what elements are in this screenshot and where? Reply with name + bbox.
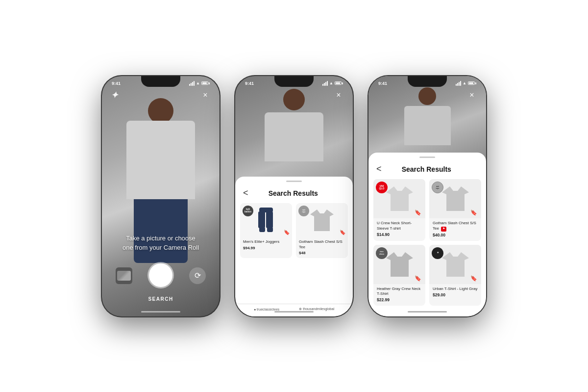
- svg-rect-3: [259, 227, 265, 232]
- product-name-saturday: Gotham Slash Chest S/S Tee ⚑: [433, 221, 478, 231]
- product-price-uniqlo: $14.90: [377, 232, 422, 237]
- brand-peek-1: ● trueclassictees: [254, 308, 279, 311]
- bookmark-saturday[interactable]: 🔖: [470, 209, 477, 216]
- sheet-header-3: < Search Results: [368, 164, 486, 179]
- close-button-3[interactable]: ×: [466, 90, 477, 101]
- scene: 9:41 ▲ ✦ ×: [0, 0, 588, 392]
- status-bar-1: 9:41 ▲: [102, 76, 220, 88]
- brand-badge-saturday: satnyc: [298, 206, 309, 216]
- tshirt-thousand: [442, 252, 469, 277]
- battery-icon-2: [335, 81, 343, 85]
- product-name-joggers: Men's Elite+ Joggers: [243, 239, 289, 244]
- product-info-tshirt-2: Gotham Slash Chest S/S Tee $48: [296, 237, 348, 258]
- product-name-thousand: Urban T-Shirt - Light Gray: [433, 287, 478, 291]
- signal-icon-2: [322, 81, 328, 86]
- person-photo-2: [260, 85, 328, 156]
- product-name-tshirt-2: Gotham Slash Chest S/S Tee: [299, 239, 345, 250]
- svg-marker-7: [442, 186, 469, 211]
- status-bar-3: 9:41 ▲: [368, 76, 486, 88]
- product-info-trueclassic: Heather Gray Crew Neck T-Shirt $22.99: [373, 284, 425, 306]
- home-indicator: [141, 311, 180, 313]
- person-head-2: [283, 89, 305, 110]
- sheet-title: Search Results: [254, 189, 332, 197]
- shutter-button[interactable]: [149, 263, 172, 287]
- product-card-tshirt-2[interactable]: satnyc 🔖 Gotham Slash Chest S/S Tee $48: [296, 203, 348, 258]
- person-legs: [134, 199, 188, 263]
- product-image-tshirt-2: satnyc 🔖: [296, 203, 348, 237]
- gallery-thumbnail: [117, 271, 131, 281]
- tshirt-saturday: [442, 186, 469, 211]
- status-bar-2: 9:41 ▲: [235, 76, 353, 88]
- phone-search-full: 9:41 ▲ ×: [368, 76, 486, 316]
- product-image-trueclassic: trueclass 🔖: [373, 245, 425, 284]
- time-display-2: 9:41: [245, 81, 254, 86]
- wifi-icon-2: ▲: [329, 81, 333, 85]
- product-price-tshirt-2: $48: [299, 251, 345, 255]
- product-image-thousand: ⊕ 🔖: [429, 245, 481, 284]
- sheet-header: < Search Results: [235, 188, 353, 203]
- bookmark-joggers[interactable]: 🔖: [284, 230, 290, 235]
- svg-rect-4: [267, 227, 273, 232]
- person-body-3: [404, 106, 451, 145]
- sheet-handle: [286, 181, 302, 182]
- close-button[interactable]: ×: [200, 90, 211, 101]
- product-price-saturday: $40.00: [433, 233, 478, 237]
- product-card-saturday[interactable]: satnyc 🔖 Gotham Slash Chest S/S Tee ⚑: [429, 179, 481, 240]
- product-name-trueclassic: Heather Gray Crew Neck T-Shirt: [377, 287, 422, 297]
- bookmark-uniqlo[interactable]: 🔖: [415, 209, 421, 216]
- product-info-thousand: Urban T-Shirt - Light Gray $29.00: [429, 284, 481, 301]
- search-partial-screen: 9:41 ▲ ×: [235, 76, 353, 316]
- product-image-uniqlo: UNIQLO 🔖: [373, 179, 425, 218]
- product-card-trueclassic[interactable]: trueclass 🔖 Heather Gray Crew Neck T-Shi…: [373, 245, 425, 306]
- product-price-thousand: $29.00: [433, 292, 478, 297]
- product-card-thousand[interactable]: ⊕ 🔖 Urban T-Shirt - Light Gray $29.00: [429, 245, 481, 306]
- bookmark-trueclassic[interactable]: 🔖: [415, 275, 421, 282]
- product-card-joggers[interactable]: byltbasics 🔖 Men's Elite+ Jogg: [240, 203, 292, 258]
- product-grid-3: UNIQLO 🔖 U Crew Neck Short-Sleeve T-shir…: [368, 179, 486, 306]
- gallery-button[interactable]: [116, 267, 132, 284]
- brand-badge-bylt: byltbasics: [243, 206, 253, 216]
- app-logo: ✦: [111, 90, 118, 101]
- person-body-2: [265, 112, 323, 161]
- wifi-icon-3: ▲: [463, 81, 466, 85]
- person-photo-3: [400, 83, 454, 140]
- tshirt-uniqlo: [386, 186, 413, 211]
- svg-rect-1: [258, 211, 265, 228]
- close-button-2[interactable]: ×: [333, 90, 344, 101]
- bookmark-thousand[interactable]: 🔖: [470, 275, 477, 282]
- product-price-trueclassic: $22.99: [377, 297, 422, 302]
- product-name-uniqlo: U Crew Neck Short-Sleeve T-shirt: [377, 221, 422, 231]
- phone-search-partial: 9:41 ▲ ×: [235, 76, 353, 316]
- sheet-handle-3: [419, 157, 435, 158]
- selfie-button[interactable]: ⟳: [189, 267, 206, 284]
- signal-icon-3: [456, 81, 461, 86]
- brand-badge-trueclassic: trueclass: [376, 247, 388, 259]
- sale-badge: ⚑: [441, 227, 446, 232]
- product-info-saturday: Gotham Slash Chest S/S Tee ⚑ $40.00: [429, 218, 481, 240]
- back-button-3[interactable]: <: [376, 164, 382, 174]
- time-display: 9:41: [112, 81, 121, 86]
- bookmark-tshirt-2[interactable]: 🔖: [340, 230, 345, 235]
- tshirt-image-2: [310, 209, 334, 231]
- brand-badge-thousand: ⊕: [432, 247, 443, 259]
- product-image-joggers: byltbasics 🔖: [240, 203, 292, 237]
- home-indicator-2: [274, 311, 314, 313]
- battery-icon: [201, 81, 210, 85]
- svg-rect-2: [266, 211, 273, 228]
- product-grid-2: byltbasics 🔖 Men's Elite+ Jogg: [235, 203, 353, 258]
- svg-marker-6: [386, 186, 413, 211]
- home-indicator-3: [408, 311, 447, 313]
- person-body: [126, 121, 195, 199]
- signal-icon: [189, 81, 195, 86]
- person-head: [148, 98, 173, 124]
- product-card-uniqlo[interactable]: UNIQLO 🔖 U Crew Neck Short-Sleeve T-shir…: [373, 179, 425, 240]
- wifi-icon: ▲: [196, 81, 200, 85]
- svg-marker-8: [386, 252, 413, 277]
- joggers-image: [257, 208, 275, 233]
- phone-camera: 9:41 ▲ ✦ ×: [102, 76, 220, 316]
- camera-screen: 9:41 ▲ ✦ ×: [102, 76, 220, 316]
- back-button[interactable]: <: [243, 188, 248, 198]
- battery-icon-3: [468, 81, 476, 85]
- status-icons-3: ▲: [456, 81, 476, 86]
- sheet-title-3: Search Results: [388, 165, 466, 173]
